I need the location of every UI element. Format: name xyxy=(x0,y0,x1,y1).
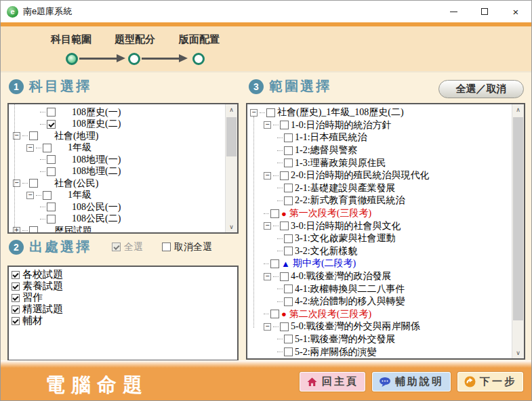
checkbox[interactable] xyxy=(284,347,293,356)
step-circle-1-active[interactable] xyxy=(66,53,78,65)
select-deselect-all-button[interactable]: 全選／取消 xyxy=(438,80,524,98)
tree-label[interactable]: 1-2:總督與警察 xyxy=(295,144,358,156)
checkbox[interactable] xyxy=(12,317,20,325)
checkbox[interactable] xyxy=(12,271,20,279)
tree-label[interactable]: 108地理(二) xyxy=(72,165,121,177)
tree-label[interactable]: 2-0:日治時期的殖民統治與現代化 xyxy=(291,169,430,182)
subject-tree-scrollbar[interactable]: ∧ ∨ xyxy=(225,104,237,232)
checkbox[interactable] xyxy=(280,221,289,230)
deselect-all-checkbox[interactable] xyxy=(162,242,171,251)
checkbox[interactable] xyxy=(280,272,289,281)
checkbox[interactable] xyxy=(270,310,279,318)
tree-label[interactable]: 第二次段考(三段考) xyxy=(289,308,371,320)
checkbox[interactable] xyxy=(29,131,38,140)
collapse-icon[interactable]: − xyxy=(26,144,34,152)
range-tree-scrollbar[interactable]: ∧ ∨ xyxy=(512,104,524,358)
scroll-down-icon[interactable]: ∨ xyxy=(512,347,524,358)
checkbox[interactable] xyxy=(47,155,56,164)
checkbox[interactable] xyxy=(284,159,293,167)
tree-label[interactable]: 4-0:戰後臺灣的政治發展 xyxy=(291,270,392,282)
tree-label[interactable]: 2-1:基礎建設與產業發展 xyxy=(295,182,396,194)
tree-label[interactable]: 1年級 xyxy=(68,142,91,154)
checkbox[interactable] xyxy=(284,297,293,306)
tree-label[interactable]: 1-3:理蕃政策與原住民 xyxy=(295,157,386,169)
tree-label[interactable]: 3-1:文化啟蒙與社會運動 xyxy=(295,232,396,245)
tree-label[interactable]: 4-1:政權轉換與二二八事件 xyxy=(295,283,405,295)
checkbox[interactable] xyxy=(12,305,20,314)
maximize-button[interactable] xyxy=(469,1,500,22)
tree-label[interactable]: 期中考(二段考) xyxy=(293,257,356,270)
checkbox[interactable] xyxy=(280,171,289,180)
collapse-icon[interactable]: − xyxy=(264,222,271,230)
step-circle-2[interactable] xyxy=(128,53,140,65)
tree-label[interactable]: 5-2:兩岸關係的演變 xyxy=(295,346,377,358)
help-button[interactable]: 輔助說明 xyxy=(372,372,451,392)
checkbox[interactable] xyxy=(270,209,279,218)
scrollbar-thumb[interactable] xyxy=(226,117,237,156)
checkbox[interactable] xyxy=(284,184,293,192)
collapse-icon[interactable]: − xyxy=(264,121,271,129)
checkbox[interactable] xyxy=(280,121,289,129)
scroll-up-icon[interactable]: ∧ xyxy=(226,104,237,115)
home-button[interactable]: 回主頁 xyxy=(300,372,365,392)
checkbox[interactable] xyxy=(284,247,293,255)
step-label-subject-range[interactable]: 科目範圍 xyxy=(49,33,93,46)
scroll-down-icon[interactable]: ∨ xyxy=(226,221,237,232)
tree-label[interactable]: 108公民(二) xyxy=(72,213,121,225)
scroll-up-icon[interactable]: ∧ xyxy=(512,104,524,115)
checkbox[interactable] xyxy=(12,282,20,291)
checkbox[interactable] xyxy=(43,144,52,152)
tree-label[interactable]: 108歷史(一) xyxy=(72,106,121,119)
tree-label[interactable]: 社會(歷史)_1年級_108歷史(二) xyxy=(277,106,404,119)
tree-label[interactable]: 108地理(一) xyxy=(72,154,121,166)
checkbox[interactable] xyxy=(284,146,293,155)
tree-label[interactable]: 4-2:統治體制的移入與轉變 xyxy=(295,295,405,308)
tree-label[interactable]: 1-1:日本殖民統治 xyxy=(295,131,367,144)
tree-label[interactable]: 108歷史(二) xyxy=(72,118,121,130)
tree-label[interactable]: 社會(公民) xyxy=(54,177,98,190)
tree-label[interactable]: 社會(地理) xyxy=(54,130,98,142)
next-step-button[interactable]: 下一步 xyxy=(457,372,523,392)
tree-label[interactable]: 第一次段考(三段考) xyxy=(289,207,371,219)
checkbox[interactable] xyxy=(284,335,293,343)
checkbox[interactable] xyxy=(284,196,293,205)
checkbox[interactable] xyxy=(270,259,279,268)
collapse-icon[interactable]: − xyxy=(250,109,258,117)
tree-label[interactable]: 5-0:戰後臺灣的外交與兩岸關係 xyxy=(291,320,420,333)
tree-label[interactable]: 5-1:戰後臺灣的外交發展 xyxy=(295,333,396,345)
checkbox[interactable] xyxy=(12,294,20,302)
collapse-icon[interactable]: − xyxy=(264,273,271,280)
tree-label[interactable]: 108公民(一) xyxy=(72,201,121,213)
step-label-question-allocation[interactable]: 題型配分 xyxy=(113,33,157,46)
checkbox[interactable] xyxy=(47,120,56,129)
tree-label[interactable]: 2-2:新式教育貫徹殖民統治 xyxy=(295,194,405,207)
checkbox[interactable] xyxy=(284,133,293,142)
checkbox[interactable] xyxy=(29,226,38,232)
tree-label[interactable]: 1年級 xyxy=(68,189,91,201)
list-item-label[interactable]: 輔材 xyxy=(22,314,43,327)
collapse-icon[interactable]: − xyxy=(264,323,271,331)
tree-label[interactable]: 3-0:日治時期的社會與文化 xyxy=(291,220,401,232)
checkbox[interactable] xyxy=(43,191,52,200)
select-all-checkbox-group[interactable]: 全選 xyxy=(112,241,143,253)
minimize-button[interactable] xyxy=(438,1,469,22)
collapse-icon[interactable]: − xyxy=(26,192,34,199)
step-circle-3[interactable] xyxy=(192,53,205,65)
checkbox[interactable] xyxy=(47,108,56,117)
select-all-checkbox[interactable] xyxy=(112,242,121,251)
checkbox[interactable] xyxy=(29,179,38,188)
deselect-all-checkbox-group[interactable]: 取消全選 xyxy=(162,241,212,253)
checkbox[interactable] xyxy=(280,322,289,331)
checkbox[interactable] xyxy=(284,284,293,293)
checkbox[interactable] xyxy=(284,234,293,243)
checkbox[interactable] xyxy=(47,215,56,224)
checkbox[interactable] xyxy=(266,108,275,117)
tree-label[interactable]: 1-0:日治時期的統治方針 xyxy=(291,119,392,131)
close-button[interactable]: × xyxy=(500,1,531,22)
scrollbar-thumb[interactable] xyxy=(513,117,523,320)
tree-label[interactable]: 歷屆試題 xyxy=(54,225,92,232)
tree-label[interactable]: 3-2:文化新樣貌 xyxy=(295,245,358,257)
checkbox[interactable] xyxy=(47,167,56,176)
collapse-icon[interactable]: − xyxy=(264,172,271,180)
step-label-layout[interactable]: 版面配置 xyxy=(178,33,221,46)
